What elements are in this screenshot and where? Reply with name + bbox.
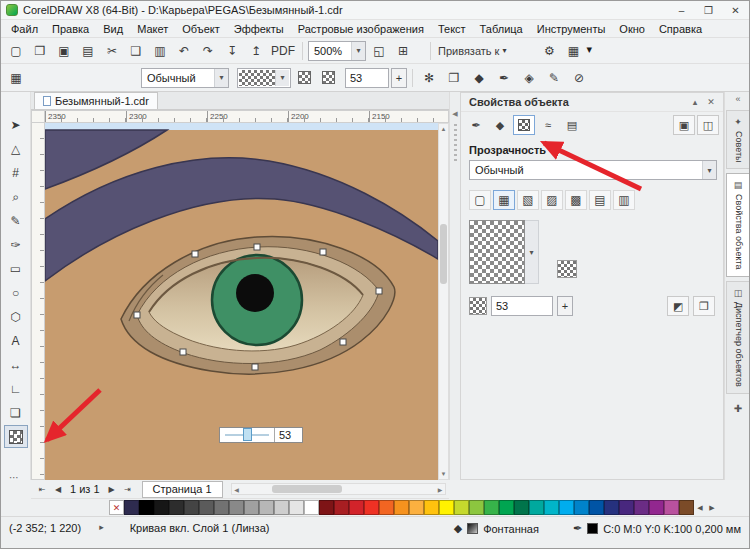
previous-page-button[interactable]: ◀ — [50, 481, 66, 497]
docker-collapse-arrow[interactable]: ◀ — [452, 110, 457, 118]
scroll-up-icon[interactable]: ▲ — [441, 124, 447, 134]
transparency-value-increase-button[interactable]: + — [391, 68, 407, 88]
docker-tab-object-manager[interactable]: ◫ Диспетчер объектов — [726, 281, 750, 394]
two-color-pattern-button[interactable]: ▤ — [589, 190, 611, 210]
no-transparency-button[interactable]: ⊘ — [568, 67, 590, 89]
transparency-slider-handle[interactable] — [243, 428, 252, 441]
application-launcher-button[interactable]: ▦ — [562, 40, 584, 62]
options-button[interactable]: ⚙ — [538, 40, 560, 62]
texture-transparency-button[interactable]: ▥ — [613, 190, 635, 210]
palette-swatch[interactable] — [274, 500, 289, 515]
palette-swatch[interactable] — [649, 500, 664, 515]
palette-swatch[interactable] — [379, 500, 394, 515]
scrollbar-thumb[interactable] — [440, 224, 447, 284]
palette-scroll-left[interactable]: ◀ — [694, 500, 706, 515]
scroll-down-icon[interactable]: ▼ — [441, 469, 447, 479]
no-fill-swatch[interactable]: ✕ — [109, 500, 124, 515]
palette-swatch[interactable] — [184, 500, 199, 515]
palette-swatch[interactable] — [319, 500, 334, 515]
palette-swatch[interactable] — [304, 500, 319, 515]
palette-swatch[interactable] — [529, 500, 544, 515]
drop-shadow-tool[interactable]: ❏ — [4, 401, 28, 424]
edit-transparency-button[interactable]: ❐ — [693, 296, 715, 316]
show-rulers-button[interactable]: ⊞ — [392, 40, 414, 62]
uniform-transparency-button[interactable]: ▦ — [493, 190, 515, 210]
palette-swatch[interactable] — [199, 500, 214, 515]
horizontal-ruler[interactable]: 23502300225022002150 — [45, 110, 449, 123]
transparency-target-outline-button[interactable]: ✒ — [493, 67, 515, 89]
palette-swatch[interactable] — [604, 500, 619, 515]
palette-swatch[interactable] — [589, 500, 604, 515]
horizontal-scrollbar[interactable]: ◀ ▶ — [231, 483, 446, 495]
palette-swatch[interactable] — [214, 500, 229, 515]
palette-swatch[interactable] — [454, 500, 469, 515]
outline-properties-tab[interactable]: ✒ — [465, 115, 487, 135]
menu-item[interactable]: Эффекты — [227, 21, 291, 37]
transparency-target-all-button[interactable]: ◈ — [518, 67, 540, 89]
first-page-button[interactable]: ⇤ — [34, 481, 50, 497]
menu-item[interactable]: Инструменты — [530, 21, 613, 37]
transparency-picker-select[interactable]: ▾ — [237, 68, 291, 88]
restore-button[interactable]: ❐ — [695, 1, 722, 19]
menu-item[interactable]: Правка — [45, 21, 96, 37]
transparency-tool[interactable] — [4, 425, 28, 448]
palette-swatch[interactable] — [289, 500, 304, 515]
status-expander-icon[interactable]: ▸ — [99, 522, 104, 532]
palette-swatch[interactable] — [439, 500, 454, 515]
docker-transparency-type-select[interactable]: Обычный ▾ — [469, 160, 717, 180]
palette-swatch[interactable] — [469, 500, 484, 515]
dimension-tool[interactable]: ↔ — [4, 353, 28, 376]
import-button[interactable]: ↧ — [221, 40, 243, 62]
docker-tab-hints[interactable]: ✦ Советы — [726, 110, 750, 169]
transparency-presets-button[interactable]: ▦ — [5, 67, 27, 89]
rectangle-tool[interactable]: ▭ — [4, 257, 28, 280]
toolbox-overflow-button[interactable]: ⋯ — [9, 472, 19, 483]
palette-swatch[interactable] — [559, 500, 574, 515]
vertical-ruler[interactable] — [31, 123, 45, 480]
pdf-button[interactable]: PDF — [269, 40, 297, 62]
undo-button[interactable]: ↶ — [173, 40, 195, 62]
transparency-picker-open-button[interactable] — [293, 67, 315, 89]
docker-tab-object-properties[interactable]: ▤ Свойства объекта — [726, 173, 750, 277]
redo-button[interactable]: ↷ — [197, 40, 219, 62]
fill-properties-tab[interactable]: ◆ — [489, 115, 511, 135]
palette-swatch[interactable] — [154, 500, 169, 515]
snap-to-dropdown[interactable]: Привязать к ▾ — [436, 40, 508, 62]
effects-properties-tab[interactable]: ≈ — [537, 115, 559, 135]
zoom-tool[interactable]: ⌕ — [4, 185, 28, 208]
transparency-value-field[interactable]: 53 — [345, 68, 389, 88]
freeze-transparency-button[interactable]: ✻ — [418, 67, 440, 89]
zoom-level-select[interactable]: 500% ▾ — [308, 41, 366, 61]
pick-tool[interactable]: ➤ — [4, 113, 28, 136]
transparency-slider-track[interactable] — [225, 434, 269, 436]
transparency-properties-tab[interactable] — [513, 115, 535, 135]
palette-swatch[interactable] — [259, 500, 274, 515]
scroll-left-icon[interactable]: ◀ — [232, 486, 242, 493]
close-docker-icon[interactable]: ✕ — [703, 94, 719, 110]
palette-swatch[interactable] — [634, 500, 649, 515]
palette-swatch[interactable] — [574, 500, 589, 515]
menu-item[interactable]: Макет — [130, 21, 175, 37]
new-document-button[interactable]: ▢ — [5, 40, 27, 62]
scroll-right-icon[interactable]: ▶ — [435, 486, 445, 493]
palette-swatch[interactable] — [364, 500, 379, 515]
paste-button[interactable]: ▥ — [149, 40, 171, 62]
transparency-target-fill-button[interactable]: ◆ — [468, 67, 490, 89]
frame-mode-button[interactable]: ▣ — [673, 115, 695, 135]
palette-swatch[interactable] — [664, 500, 679, 515]
save-button[interactable]: ▣ — [53, 40, 75, 62]
last-page-button[interactable]: ⇥ — [120, 481, 136, 497]
palette-swatch[interactable] — [499, 500, 514, 515]
open-button[interactable]: ❐ — [29, 40, 51, 62]
collapse-dockers-button[interactable]: « — [735, 94, 740, 108]
transparency-slider-popup[interactable]: 53 — [219, 427, 303, 443]
menu-item[interactable]: Текст — [431, 21, 473, 37]
pupil-shape[interactable] — [236, 274, 274, 312]
copy-button[interactable]: ❑ — [125, 40, 147, 62]
menu-item[interactable]: Справка — [652, 21, 709, 37]
transparency-type-select[interactable]: Обычный ▾ — [141, 68, 229, 88]
menu-item[interactable]: Объект — [175, 21, 226, 37]
vector-pattern-button[interactable]: ▨ — [541, 190, 563, 210]
freehand-tool[interactable]: ✎ — [4, 209, 28, 232]
fullscreen-preview-button[interactable]: ◱ — [368, 40, 390, 62]
